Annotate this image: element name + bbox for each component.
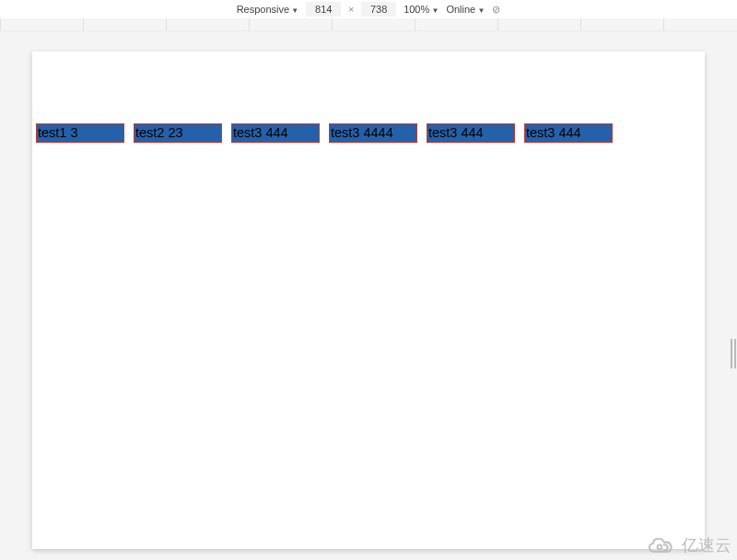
device-mode-select[interactable]: Responsive — [237, 4, 299, 15]
devtools-device-toolbar: Responsive × 100% Online ⊘ — [0, 0, 737, 18]
page-viewport: test1 3 test2 23 test3 444 test3 4444 te… — [32, 52, 705, 549]
resize-handle-right[interactable] — [731, 339, 736, 368]
rotate-icon[interactable]: ⊘ — [492, 4, 500, 16]
dimension-separator: × — [348, 5, 354, 15]
device-stage: test1 3 test2 23 test3 444 test3 4444 te… — [0, 31, 737, 560]
cloud-icon — [646, 535, 677, 555]
list-item: test2 23 — [134, 123, 222, 143]
svg-point-0 — [658, 545, 662, 550]
ruler-strip — [0, 18, 737, 31]
watermark-text: 亿速云 — [682, 534, 731, 556]
list-item: test3 444 — [231, 123, 320, 143]
list-item: test3 4444 — [329, 123, 417, 143]
list-item: test3 444 — [427, 123, 515, 143]
list-item: test1 3 — [36, 123, 124, 143]
viewport-width-input[interactable] — [306, 2, 341, 17]
network-throttle-select[interactable]: Online — [446, 4, 485, 15]
flex-row: test1 3 test2 23 test3 444 test3 4444 te… — [36, 123, 701, 143]
watermark: 亿速云 — [646, 534, 731, 556]
zoom-select[interactable]: 100% — [404, 4, 439, 15]
viewport-height-input[interactable] — [361, 2, 396, 17]
list-item: test3 444 — [524, 123, 613, 143]
